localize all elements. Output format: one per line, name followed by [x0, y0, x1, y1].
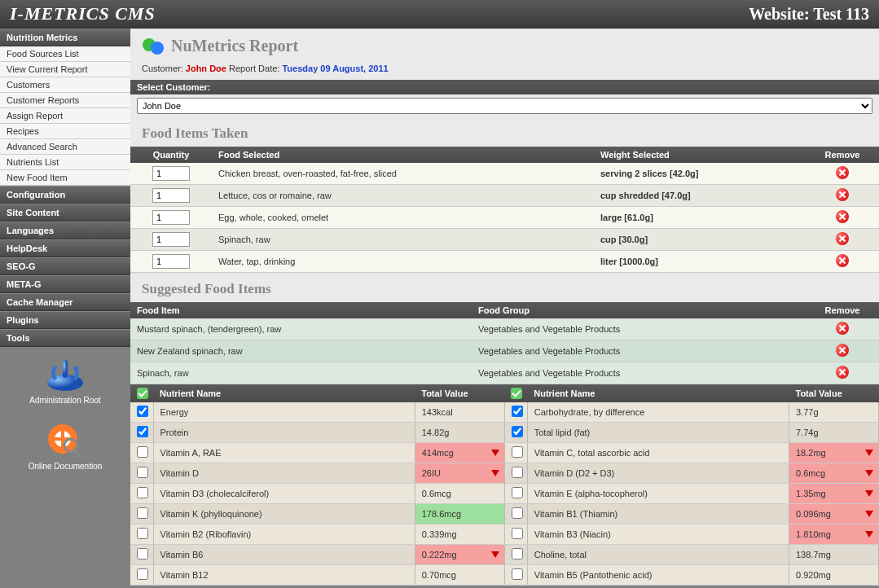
suggested-item: Spinach, raw: [130, 362, 472, 384]
nutrient-checkbox[interactable]: [512, 568, 523, 580]
select-customer-label: Select Customer:: [130, 80, 879, 94]
weight-selected: large [61.0g]: [594, 207, 806, 229]
nutrient-value: 0.6mcg: [789, 463, 879, 484]
col-remove: Remove: [806, 147, 879, 163]
qty-input[interactable]: [152, 254, 190, 269]
nav-item[interactable]: Food Sources List: [0, 46, 130, 62]
qty-input[interactable]: [152, 210, 190, 225]
nutrient-value: 143kcal: [415, 402, 504, 423]
admin-root-tool[interactable]: Administration Root: [0, 347, 130, 413]
nutrient-name: Vitamin B1 (Thiamin): [527, 504, 789, 524]
arrow-down-icon: [865, 511, 873, 517]
sidebar: Nutrition MetricsFood Sources ListView C…: [0, 29, 130, 586]
nav-item[interactable]: Nutrients List: [0, 155, 130, 170]
qty-input[interactable]: [152, 166, 190, 181]
nutrient-checkbox[interactable]: [512, 548, 523, 559]
nutrient-name: Vitamin E (alpha-tocopherol): [527, 484, 789, 504]
table-row: Vitamin B120.70mcgVitamin B5 (Pantotheni…: [130, 565, 879, 586]
qty-input[interactable]: [152, 188, 190, 203]
nutrient-checkbox[interactable]: [137, 426, 148, 437]
weight-selected: cup shredded [47.0g]: [594, 185, 806, 207]
nav-item[interactable]: Assign Report: [0, 108, 130, 124]
nutrient-value: 0.339mg: [415, 524, 504, 545]
nutrient-checkbox[interactable]: [137, 467, 148, 478]
brand: I-METRICS CMS: [10, 3, 156, 24]
nutrient-checkbox[interactable]: [137, 487, 148, 498]
nutrient-name: Vitamin D (D2 + D3): [527, 463, 789, 484]
nutrient-value: 26IU: [415, 463, 504, 484]
remove-button[interactable]: [836, 344, 849, 357]
nutrient-value: 0.222mg: [415, 545, 504, 565]
nutrient-checkbox[interactable]: [512, 446, 523, 458]
nav-section-7[interactable]: Cache Manager: [0, 293, 130, 311]
remove-button[interactable]: [836, 210, 849, 223]
weight-selected: serving 2 slices [42.0g]: [594, 163, 806, 185]
nutrient-checkbox[interactable]: [137, 446, 148, 458]
nav-item[interactable]: New Food Item: [0, 170, 130, 186]
nav-item[interactable]: Advanced Search: [0, 139, 130, 155]
nutrient-name: Total lipid (fat): [527, 423, 789, 443]
food-name: Chicken breast, oven-roasted, fat-free, …: [212, 163, 594, 185]
food-name: Spinach, raw: [212, 229, 594, 251]
nutrient-name: Carbohydrate, by difference: [527, 402, 789, 423]
weight-selected: cup [30.0g]: [594, 229, 806, 251]
online-doc-tool[interactable]: Online Documention: [0, 413, 130, 479]
nav-section-8[interactable]: Plugins: [0, 311, 130, 329]
table-row: Vitamin A, RAE414mcgVitamin C, total asc…: [130, 443, 879, 463]
table-row: Water, tap, drinkingliter [1000.0g]: [130, 251, 879, 273]
report-icon: [142, 37, 165, 55]
nutrient-checkbox[interactable]: [137, 568, 148, 580]
nav-section-9[interactable]: Tools: [0, 329, 130, 347]
nav-section-0[interactable]: Nutrition Metrics: [0, 29, 130, 46]
nav-section-1[interactable]: Configuration: [0, 186, 130, 204]
nav-item[interactable]: View Current Report: [0, 62, 130, 77]
remove-button[interactable]: [836, 232, 849, 245]
food-name: Egg, whole, cooked, omelet: [212, 207, 594, 229]
nav-section-2[interactable]: Site Content: [0, 204, 130, 222]
nutrient-value: 178.6mcg: [415, 504, 504, 524]
nutrient-value: 414mcg: [415, 443, 504, 463]
col-nutname-l: Nutrient Name: [153, 384, 415, 402]
table-row: Spinach, rawcup [30.0g]: [130, 229, 879, 251]
remove-button[interactable]: [836, 254, 849, 267]
nav-item[interactable]: Customer Reports: [0, 93, 130, 108]
qty-input[interactable]: [152, 232, 190, 247]
nutrient-checkbox[interactable]: [512, 487, 523, 498]
nutrient-name: Vitamin B12: [153, 565, 415, 586]
table-row: Vitamin D26IUVitamin D (D2 + D3)0.6mcg: [130, 463, 879, 484]
nav-section-5[interactable]: SEO-G: [0, 257, 130, 275]
suggested-table: Food Item Food Group Remove Mustard spin…: [130, 302, 879, 384]
svg-rect-7: [73, 450, 81, 459]
svg-rect-1: [63, 360, 68, 378]
report-date: Tuesday 09 August, 2011: [282, 64, 388, 73]
col-item: Food Item: [130, 302, 472, 318]
nutrient-checkbox[interactable]: [512, 528, 523, 539]
remove-button[interactable]: [836, 166, 849, 179]
nutrient-checkbox[interactable]: [512, 467, 523, 478]
customer-name: John Doe: [186, 64, 226, 73]
customer-select[interactable]: John Doe: [137, 98, 872, 114]
nutrient-checkbox[interactable]: [137, 528, 148, 539]
remove-button[interactable]: [836, 366, 849, 379]
table-row: Protein14.82gTotal lipid (fat)7.74g: [130, 423, 879, 443]
nutrient-checkbox[interactable]: [512, 406, 523, 417]
site-label: Website: Test 113: [749, 5, 869, 24]
page-title: NuMetrics Report: [171, 37, 298, 55]
nav-section-3[interactable]: Languages: [0, 222, 130, 239]
suggested-item: Mustard spinach, (tendergreen), raw: [130, 318, 472, 340]
nutrient-checkbox[interactable]: [512, 507, 523, 519]
nutrient-name: Vitamin B6: [153, 545, 415, 565]
remove-button[interactable]: [836, 322, 849, 335]
nutrient-checkbox[interactable]: [137, 406, 148, 417]
col-nutval-l: Total Value: [415, 384, 504, 402]
nutrient-checkbox[interactable]: [137, 507, 148, 519]
nutrient-checkbox[interactable]: [512, 426, 523, 437]
nav-item[interactable]: Customers: [0, 77, 130, 93]
nav-section-6[interactable]: META-G: [0, 275, 130, 293]
remove-button[interactable]: [836, 188, 849, 201]
nav-item[interactable]: Recipes: [0, 124, 130, 139]
arrow-down-icon: [491, 470, 499, 476]
nutrient-checkbox[interactable]: [137, 548, 148, 559]
arrow-down-icon: [865, 490, 873, 497]
nav-section-4[interactable]: HelpDesk: [0, 239, 130, 257]
